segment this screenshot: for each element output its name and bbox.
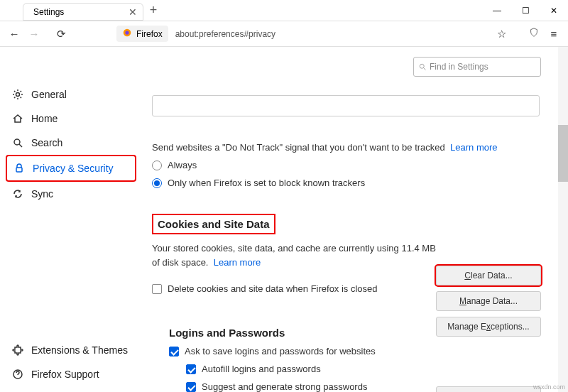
sidebar-item-privacy-security[interactable]: Privacy & Security bbox=[6, 155, 136, 182]
checkbox-label: Autofill logins and passwords bbox=[202, 364, 321, 374]
sidebar: General Home Search Privacy & Security S… bbox=[0, 47, 142, 392]
svg-point-4 bbox=[14, 139, 20, 145]
shield-icon[interactable] bbox=[527, 28, 541, 40]
tab-title: Settings bbox=[33, 7, 64, 17]
cookies-button-group: Clear Data... Manage Data... Manage Exce… bbox=[436, 266, 541, 337]
firefox-icon bbox=[122, 28, 132, 40]
manage-data-button[interactable]: Manage Data... bbox=[436, 291, 541, 311]
new-tab-button[interactable]: + bbox=[143, 0, 163, 21]
sidebar-item-home[interactable]: Home bbox=[6, 107, 136, 131]
app-menu-button[interactable]: ≡ bbox=[547, 28, 561, 40]
checkbox-icon[interactable] bbox=[169, 347, 179, 356]
custom-url-field[interactable] bbox=[152, 95, 540, 116]
identity-label: Firefox bbox=[136, 29, 163, 39]
identity-chip[interactable]: Firefox bbox=[116, 26, 168, 42]
gear-icon bbox=[11, 88, 24, 101]
main-panel: Find in Settings Send websites a "Do Not… bbox=[142, 47, 568, 392]
toolbar: ← → ⟳ Firefox about:preferences#privacy … bbox=[0, 21, 568, 47]
sync-icon bbox=[11, 187, 24, 200]
search-placeholder: Find in Settings bbox=[430, 62, 488, 72]
titlebar: Settings ✕ + — ☐ ✕ bbox=[0, 0, 568, 21]
radio-label: Only when Firefox is set to block known … bbox=[168, 178, 365, 188]
bookmark-star-icon[interactable]: ☆ bbox=[494, 28, 508, 40]
search-input[interactable]: Find in Settings bbox=[413, 57, 541, 77]
checkbox-label: Suggest and generate strong passwords bbox=[202, 381, 367, 392]
svg-point-3 bbox=[16, 93, 20, 97]
dnt-text: Send websites a "Do Not Track" signal th… bbox=[152, 142, 445, 153]
sidebar-item-general[interactable]: General bbox=[6, 82, 136, 107]
puzzle-icon bbox=[11, 344, 24, 356]
window-controls: — ☐ ✕ bbox=[483, 0, 568, 21]
cookies-description: Your stored cookies, site data, and cach… bbox=[152, 241, 443, 269]
home-icon bbox=[11, 112, 24, 125]
reload-button[interactable]: ⟳ bbox=[54, 28, 68, 40]
help-icon bbox=[11, 368, 24, 381]
search-icon bbox=[418, 62, 427, 71]
sidebar-item-label: Firefox Support bbox=[31, 369, 99, 380]
radio-icon[interactable] bbox=[152, 160, 162, 170]
checkbox-label: Ask to save logins and passwords for web… bbox=[185, 346, 376, 356]
radio-icon[interactable] bbox=[152, 178, 162, 188]
checkbox-icon[interactable] bbox=[186, 382, 196, 392]
tab-close-icon[interactable]: ✕ bbox=[129, 6, 137, 18]
clear-data-button[interactable]: Clear Data... bbox=[436, 266, 541, 285]
checkbox-label: Delete cookies and site data when Firefo… bbox=[168, 283, 378, 294]
scrollbar[interactable] bbox=[558, 47, 568, 392]
sidebar-item-label: Extensions & Themes bbox=[31, 344, 128, 356]
sidebar-item-label: Home bbox=[31, 113, 58, 124]
back-button[interactable]: ← bbox=[7, 28, 21, 40]
search-icon bbox=[11, 136, 24, 149]
minimize-button[interactable]: — bbox=[483, 0, 511, 21]
sidebar-item-label: Sync bbox=[31, 188, 53, 200]
logins-button-group: Exceptions... Saved Logins... bbox=[436, 386, 541, 392]
checkbox-icon[interactable] bbox=[186, 364, 196, 374]
sidebar-item-extensions[interactable]: Extensions & Themes bbox=[6, 338, 136, 362]
cookies-learn-more-link[interactable]: Learn more bbox=[214, 257, 261, 268]
logins-exceptions-button[interactable]: Exceptions... bbox=[436, 386, 541, 392]
svg-point-7 bbox=[420, 64, 424, 68]
radio-label: Always bbox=[168, 160, 197, 170]
svg-rect-5 bbox=[16, 168, 22, 172]
manage-exceptions-button[interactable]: Manage Exceptions... bbox=[436, 317, 541, 337]
autofill-logins-row[interactable]: Autofill logins and passwords bbox=[186, 364, 540, 374]
dnt-always-row[interactable]: Always bbox=[152, 160, 540, 170]
content: General Home Search Privacy & Security S… bbox=[0, 47, 568, 392]
dnt-section: Send websites a "Do Not Track" signal th… bbox=[152, 142, 540, 188]
sidebar-item-search[interactable]: Search bbox=[6, 131, 136, 155]
ask-save-logins-row[interactable]: Ask to save logins and passwords for web… bbox=[169, 346, 540, 356]
svg-point-2 bbox=[125, 31, 129, 34]
watermark: wsxdn.com bbox=[533, 383, 565, 391]
dnt-only-blocking-row[interactable]: Only when Firefox is set to block known … bbox=[152, 178, 540, 188]
scrollbar-thumb[interactable] bbox=[558, 125, 568, 182]
close-window-button[interactable]: ✕ bbox=[540, 0, 568, 21]
dnt-learn-more-link[interactable]: Learn more bbox=[450, 142, 497, 153]
forward-button[interactable]: → bbox=[27, 28, 41, 40]
checkbox-icon[interactable] bbox=[152, 284, 162, 294]
sidebar-item-sync[interactable]: Sync bbox=[6, 182, 136, 206]
cookies-heading: Cookies and Site Data bbox=[152, 214, 275, 234]
lock-icon bbox=[13, 162, 26, 175]
maximize-button[interactable]: ☐ bbox=[511, 0, 540, 21]
url-text[interactable]: about:preferences#privacy bbox=[175, 29, 275, 39]
sidebar-item-support[interactable]: Firefox Support bbox=[6, 362, 136, 386]
sidebar-item-label: General bbox=[31, 89, 67, 100]
sidebar-item-label: Search bbox=[31, 137, 62, 148]
browser-tab[interactable]: Settings ✕ bbox=[23, 3, 143, 21]
sidebar-item-label: Privacy & Security bbox=[33, 163, 114, 174]
